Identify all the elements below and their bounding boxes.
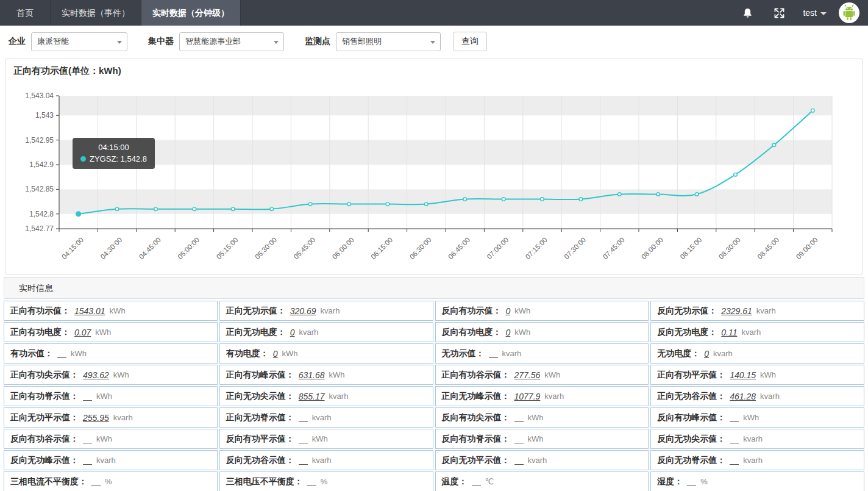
metric-unit: kWh: [96, 392, 112, 401]
metric-unit: kWh: [110, 306, 126, 315]
metric-cell: 正向有功示值：1543.01kWh: [4, 301, 218, 321]
metric-cell: 反向有功谷示值：kWh: [4, 429, 218, 449]
metric-value[interactable]: [299, 414, 308, 422]
metric-value[interactable]: 0: [290, 328, 295, 337]
metric-value[interactable]: [730, 456, 739, 465]
metric-value[interactable]: [83, 435, 92, 443]
metric-value[interactable]: [730, 414, 739, 422]
concentrator-label: 集中器: [148, 36, 174, 47]
svg-text:1,542.95: 1,542.95: [25, 136, 54, 145]
query-button[interactable]: 查询: [453, 32, 487, 51]
user-avatar[interactable]: [839, 2, 859, 23]
metric-value[interactable]: [489, 349, 498, 358]
metric-value[interactable]: [514, 435, 524, 443]
svg-text:1,542.85: 1,542.85: [25, 185, 54, 193]
svg-text:05:15:00: 05:15:00: [215, 236, 240, 260]
fullscreen-icon[interactable]: [770, 4, 788, 22]
metric-cell: 反向有功脊示值：kWh: [435, 429, 649, 449]
metric-value[interactable]: 493.62: [83, 370, 109, 380]
filter-bar: 企业 康派智能 集中器 智慧能源事业部 监测点 销售部照明 查询: [0, 26, 868, 57]
monitor-point-select[interactable]: 销售部照明: [336, 32, 441, 51]
bell-icon[interactable]: [738, 4, 756, 22]
svg-text:06:00:00: 06:00:00: [331, 236, 355, 260]
metric-value[interactable]: [687, 478, 696, 486]
metric-label: 湿度：: [657, 476, 683, 487]
concentrator-select[interactable]: 智慧能源事业部: [179, 32, 284, 51]
metric-value[interactable]: 1077.9: [514, 392, 541, 401]
metric-cell: 反向有功尖示值：kWh: [435, 407, 649, 428]
metric-value[interactable]: 2329.61: [721, 306, 752, 316]
metric-value[interactable]: [307, 478, 316, 486]
metric-cell: 正向无功电度：0kvarh: [219, 322, 433, 342]
metric-value[interactable]: [299, 456, 308, 465]
metric-unit: %: [105, 477, 112, 486]
nav-item-home[interactable]: 首页: [0, 0, 51, 26]
svg-text:09:00:00: 09:00:00: [795, 236, 819, 260]
monitor-point-value: 销售部照明: [342, 36, 382, 47]
metric-label: 正向有功峰示值：: [226, 370, 294, 381]
metric-unit: kvarh: [528, 456, 547, 465]
metric-value[interactable]: [91, 478, 101, 486]
metric-value[interactable]: 0.07: [74, 328, 91, 337]
metric-value[interactable]: [472, 478, 481, 486]
metric-value[interactable]: [514, 456, 524, 465]
metric-value[interactable]: 1543.01: [74, 306, 105, 316]
metric-value[interactable]: 0.11: [721, 328, 737, 337]
metric-value[interactable]: [299, 435, 308, 443]
metric-cell: 正向无功峰示值：1077.9kvarh: [435, 386, 649, 406]
metric-label: 三相电流不平衡度：: [10, 476, 87, 487]
metric-value[interactable]: [514, 414, 524, 422]
metric-value[interactable]: 0: [506, 306, 511, 316]
metric-value[interactable]: 320.69: [290, 306, 316, 316]
metric-value[interactable]: 855.17: [299, 392, 325, 401]
metric-unit: kvarh: [312, 456, 332, 465]
metric-value[interactable]: 0: [273, 349, 278, 359]
metric-value[interactable]: 255.95: [83, 413, 109, 423]
metric-unit: kvarh: [299, 328, 319, 337]
metric-label: 正向无功峰示值：: [442, 391, 510, 402]
metric-value[interactable]: 0: [506, 328, 511, 337]
svg-text:05:30:00: 05:30:00: [254, 236, 278, 260]
line-chart[interactable]: 04:15:0004:30:0004:45:0005:00:0005:15:00…: [5, 59, 863, 274]
metric-cell: 有功电度：0kWh: [219, 343, 433, 364]
metric-label: 正向有功尖示值：: [10, 370, 79, 381]
metric-cell: 正向有功平示值：140.15kWh: [650, 365, 864, 385]
metric-label: 三相电压不平衡度：: [226, 476, 303, 487]
metric-cell: 正向有功峰示值：631.68kWh: [219, 365, 433, 385]
user-name: test: [803, 8, 817, 18]
top-navbar: 首页 实时数据（事件） 实时数据（分钟级） test: [0, 0, 868, 26]
metric-cell: 正向有功脊示值：kWh: [4, 386, 218, 406]
metric-cell: 无功电度：0kvarh: [650, 343, 864, 364]
metric-unit: kWh: [96, 434, 112, 443]
metric-value[interactable]: [83, 392, 92, 401]
metric-value[interactable]: 461.28: [730, 392, 756, 401]
metric-cell: 正向无功示值：320.69kvarh: [219, 301, 433, 321]
metric-value[interactable]: 140.15: [730, 370, 756, 380]
svg-text:08:15:00: 08:15:00: [678, 236, 703, 260]
metric-cell: 湿度：%: [650, 471, 864, 491]
metric-unit: kWh: [528, 413, 544, 422]
metric-cell: 反向有功电度：0kWh: [435, 322, 649, 342]
metric-unit: kWh: [113, 370, 129, 379]
metric-unit: kWh: [71, 349, 87, 358]
metric-value[interactable]: 631.68: [299, 370, 325, 380]
metric-value[interactable]: [83, 456, 92, 465]
metric-unit: kvarh: [312, 413, 332, 422]
nav-item-realtime-event[interactable]: 实时数据（事件）: [51, 0, 141, 26]
metric-label: 反向无功峰示值：: [10, 455, 79, 466]
nav-item-realtime-minute[interactable]: 实时数据（分钟级）: [141, 0, 241, 26]
metric-label: 反向无功脊示值：: [657, 455, 725, 466]
enterprise-select[interactable]: 康派智能: [31, 32, 127, 51]
metric-unit: kvarh: [743, 434, 763, 443]
metric-unit: kWh: [514, 306, 530, 315]
metric-unit: kvarh: [544, 392, 564, 401]
metric-value[interactable]: [57, 349, 66, 358]
metric-value[interactable]: 277.56: [514, 370, 541, 380]
svg-text:08:30:00: 08:30:00: [717, 236, 742, 260]
metric-cell: 正向无功平示值：255.95kvarh: [4, 407, 218, 428]
metric-value[interactable]: 0: [704, 349, 709, 359]
svg-text:08:00:00: 08:00:00: [640, 236, 664, 260]
metric-value[interactable]: [730, 435, 739, 443]
metric-label: 反向无功平示值：: [442, 455, 510, 466]
user-menu[interactable]: test: [803, 8, 827, 18]
